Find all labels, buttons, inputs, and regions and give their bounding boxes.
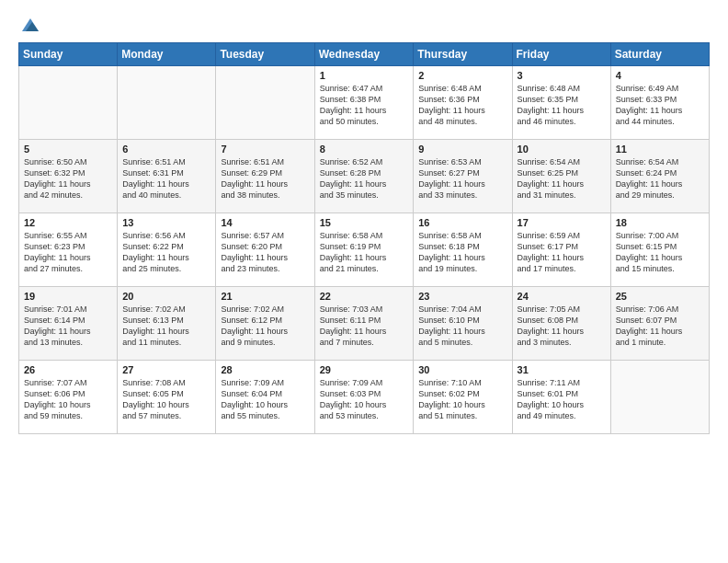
day-info: Sunrise: 6:57 AM Sunset: 6:20 PM Dayligh… (221, 230, 309, 275)
calendar: SundayMondayTuesdayWednesdayThursdayFrid… (18, 42, 710, 434)
calendar-cell: 24Sunrise: 7:05 AM Sunset: 6:08 PM Dayli… (512, 287, 610, 361)
calendar-cell (216, 66, 314, 140)
page: SundayMondayTuesdayWednesdayThursdayFrid… (0, 0, 728, 563)
day-number: 3 (518, 70, 606, 81)
day-number: 6 (122, 144, 210, 155)
calendar-cell: 12Sunrise: 6:55 AM Sunset: 6:23 PM Dayli… (19, 213, 118, 287)
day-number: 7 (221, 144, 309, 155)
day-number: 28 (221, 364, 309, 375)
day-info: Sunrise: 6:59 AM Sunset: 6:17 PM Dayligh… (518, 230, 606, 275)
day-number: 1 (320, 70, 409, 81)
calendar-cell: 13Sunrise: 6:56 AM Sunset: 6:22 PM Dayli… (118, 213, 216, 287)
day-number: 26 (24, 364, 112, 375)
day-number: 10 (518, 144, 606, 155)
calendar-cell: 27Sunrise: 7:08 AM Sunset: 6:05 PM Dayli… (118, 361, 216, 434)
day-number: 25 (616, 291, 704, 302)
week-row-5: 26Sunrise: 7:07 AM Sunset: 6:06 PM Dayli… (19, 361, 710, 434)
week-row-2: 5Sunrise: 6:50 AM Sunset: 6:32 PM Daylig… (19, 140, 710, 213)
day-number: 20 (122, 291, 210, 302)
day-info: Sunrise: 6:48 AM Sunset: 6:35 PM Dayligh… (518, 83, 606, 128)
calendar-cell: 5Sunrise: 6:50 AM Sunset: 6:32 PM Daylig… (19, 140, 118, 213)
calendar-cell: 8Sunrise: 6:52 AM Sunset: 6:28 PM Daylig… (314, 140, 414, 213)
calendar-cell: 23Sunrise: 7:04 AM Sunset: 6:10 PM Dayli… (414, 287, 512, 361)
calendar-cell: 10Sunrise: 6:54 AM Sunset: 6:25 PM Dayli… (512, 140, 610, 213)
day-info: Sunrise: 7:06 AM Sunset: 6:07 PM Dayligh… (616, 304, 704, 349)
day-info: Sunrise: 6:55 AM Sunset: 6:23 PM Dayligh… (24, 230, 112, 275)
calendar-cell: 31Sunrise: 7:11 AM Sunset: 6:01 PM Dayli… (512, 361, 610, 434)
day-info: Sunrise: 6:54 AM Sunset: 6:24 PM Dayligh… (616, 156, 704, 201)
day-info: Sunrise: 6:50 AM Sunset: 6:32 PM Dayligh… (24, 156, 112, 201)
day-info: Sunrise: 7:03 AM Sunset: 6:11 PM Dayligh… (320, 304, 409, 349)
week-row-3: 12Sunrise: 6:55 AM Sunset: 6:23 PM Dayli… (19, 213, 710, 287)
day-info: Sunrise: 6:54 AM Sunset: 6:25 PM Dayligh… (518, 156, 606, 201)
calendar-cell: 21Sunrise: 7:02 AM Sunset: 6:12 PM Dayli… (216, 287, 314, 361)
day-number: 4 (616, 70, 704, 81)
calendar-cell: 28Sunrise: 7:09 AM Sunset: 6:04 PM Dayli… (216, 361, 314, 434)
day-number: 16 (418, 217, 506, 228)
calendar-cell (19, 66, 118, 140)
calendar-cell: 26Sunrise: 7:07 AM Sunset: 6:06 PM Dayli… (19, 361, 118, 434)
day-number: 12 (24, 217, 112, 228)
day-number: 24 (518, 291, 606, 302)
logo-icon (20, 17, 40, 33)
calendar-cell: 7Sunrise: 6:51 AM Sunset: 6:29 PM Daylig… (216, 140, 314, 213)
day-info: Sunrise: 6:58 AM Sunset: 6:18 PM Dayligh… (418, 230, 506, 275)
day-info: Sunrise: 7:10 AM Sunset: 6:02 PM Dayligh… (418, 377, 506, 422)
day-info: Sunrise: 7:08 AM Sunset: 6:05 PM Dayligh… (122, 377, 210, 422)
week-row-1: 1Sunrise: 6:47 AM Sunset: 6:38 PM Daylig… (19, 66, 710, 140)
day-info: Sunrise: 7:01 AM Sunset: 6:14 PM Dayligh… (24, 304, 112, 349)
weekday-header-saturday: Saturday (610, 43, 709, 66)
calendar-cell: 25Sunrise: 7:06 AM Sunset: 6:07 PM Dayli… (610, 287, 709, 361)
day-number: 21 (221, 291, 309, 302)
day-number: 15 (320, 217, 409, 228)
day-info: Sunrise: 7:09 AM Sunset: 6:04 PM Dayligh… (221, 377, 309, 422)
calendar-cell: 30Sunrise: 7:10 AM Sunset: 6:02 PM Dayli… (414, 361, 512, 434)
day-number: 8 (320, 144, 409, 155)
calendar-cell: 16Sunrise: 6:58 AM Sunset: 6:18 PM Dayli… (414, 213, 512, 287)
day-info: Sunrise: 7:02 AM Sunset: 6:13 PM Dayligh… (122, 304, 210, 349)
day-info: Sunrise: 6:48 AM Sunset: 6:36 PM Dayligh… (418, 83, 506, 128)
day-number: 22 (320, 291, 409, 302)
day-info: Sunrise: 7:07 AM Sunset: 6:06 PM Dayligh… (24, 377, 112, 422)
weekday-header-friday: Friday (512, 43, 610, 66)
calendar-cell (610, 361, 709, 434)
calendar-cell: 14Sunrise: 6:57 AM Sunset: 6:20 PM Dayli… (216, 213, 314, 287)
calendar-cell: 1Sunrise: 6:47 AM Sunset: 6:38 PM Daylig… (314, 66, 414, 140)
day-info: Sunrise: 7:05 AM Sunset: 6:08 PM Dayligh… (518, 304, 606, 349)
calendar-cell: 18Sunrise: 7:00 AM Sunset: 6:15 PM Dayli… (610, 213, 709, 287)
day-number: 13 (122, 217, 210, 228)
day-number: 27 (122, 364, 210, 375)
weekday-header-row: SundayMondayTuesdayWednesdayThursdayFrid… (19, 43, 710, 66)
logo (18, 17, 40, 33)
day-number: 23 (418, 291, 506, 302)
calendar-cell: 17Sunrise: 6:59 AM Sunset: 6:17 PM Dayli… (512, 213, 610, 287)
day-info: Sunrise: 7:02 AM Sunset: 6:12 PM Dayligh… (221, 304, 309, 349)
calendar-cell: 15Sunrise: 6:58 AM Sunset: 6:19 PM Dayli… (314, 213, 414, 287)
day-number: 19 (24, 291, 112, 302)
day-info: Sunrise: 6:53 AM Sunset: 6:27 PM Dayligh… (418, 156, 506, 201)
day-info: Sunrise: 6:52 AM Sunset: 6:28 PM Dayligh… (320, 156, 409, 201)
day-number: 30 (418, 364, 506, 375)
day-info: Sunrise: 6:49 AM Sunset: 6:33 PM Dayligh… (616, 83, 704, 128)
weekday-header-tuesday: Tuesday (216, 43, 314, 66)
header (18, 17, 710, 33)
weekday-header-monday: Monday (118, 43, 216, 66)
weekday-header-sunday: Sunday (19, 43, 118, 66)
day-info: Sunrise: 6:58 AM Sunset: 6:19 PM Dayligh… (320, 230, 409, 275)
day-info: Sunrise: 6:51 AM Sunset: 6:29 PM Dayligh… (221, 156, 309, 201)
logo-text (18, 17, 40, 33)
calendar-cell: 4Sunrise: 6:49 AM Sunset: 6:33 PM Daylig… (610, 66, 709, 140)
calendar-cell: 11Sunrise: 6:54 AM Sunset: 6:24 PM Dayli… (610, 140, 709, 213)
day-info: Sunrise: 6:51 AM Sunset: 6:31 PM Dayligh… (122, 156, 210, 201)
day-number: 31 (518, 364, 606, 375)
calendar-cell: 29Sunrise: 7:09 AM Sunset: 6:03 PM Dayli… (314, 361, 414, 434)
weekday-header-wednesday: Wednesday (314, 43, 414, 66)
day-number: 9 (418, 144, 506, 155)
weekday-header-thursday: Thursday (414, 43, 512, 66)
day-number: 2 (418, 70, 506, 81)
calendar-cell (118, 66, 216, 140)
day-number: 18 (616, 217, 704, 228)
calendar-cell: 22Sunrise: 7:03 AM Sunset: 6:11 PM Dayli… (314, 287, 414, 361)
day-number: 11 (616, 144, 704, 155)
calendar-cell: 20Sunrise: 7:02 AM Sunset: 6:13 PM Dayli… (118, 287, 216, 361)
